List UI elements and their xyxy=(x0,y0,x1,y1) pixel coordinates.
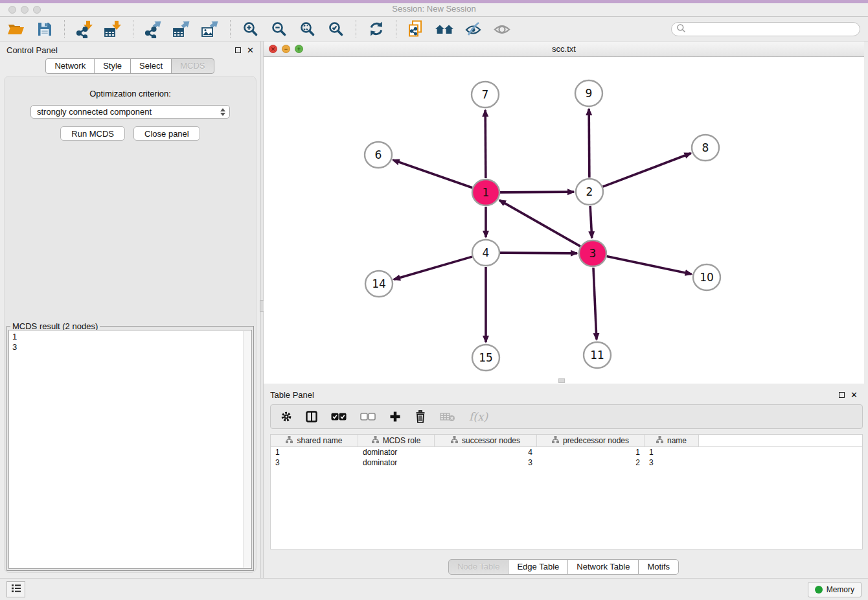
delete-row-icon[interactable] xyxy=(415,410,426,423)
delete-table-icon[interactable] xyxy=(440,411,455,422)
graph-edge-3-10[interactable] xyxy=(607,257,692,275)
tab-mcds[interactable]: MCDS xyxy=(171,58,214,74)
export-image-icon[interactable] xyxy=(200,19,221,39)
tab-network-table[interactable]: Network Table xyxy=(567,559,639,575)
function-builder-icon[interactable]: f(x) xyxy=(469,410,488,423)
network-minimize-button[interactable]: − xyxy=(282,45,290,53)
zoom-fit-icon[interactable] xyxy=(297,19,318,39)
column-header-name[interactable]: name xyxy=(645,435,699,446)
table-row[interactable]: 1dominator411 xyxy=(271,447,862,457)
network-canvas[interactable]: 7968124314101511 xyxy=(264,57,864,384)
memory-button[interactable]: Memory xyxy=(808,582,862,597)
float-panel-icon[interactable] xyxy=(235,47,241,53)
svg-text:1: 1 xyxy=(483,186,490,199)
tab-node-table[interactable]: Node Table xyxy=(448,559,509,575)
run-mcds-button[interactable]: Run MCDS xyxy=(60,126,125,141)
criterion-select[interactable]: strongly connected component xyxy=(30,105,230,119)
float-panel-icon[interactable] xyxy=(839,392,845,398)
graph-edge-2-3[interactable] xyxy=(590,206,592,238)
graph-edge-4-14[interactable] xyxy=(394,257,472,279)
table-cell[interactable]: 1 xyxy=(271,448,358,457)
tab-edge-table[interactable]: Edge Table xyxy=(508,559,568,575)
table-cell[interactable]: 1 xyxy=(645,448,699,457)
close-panel-icon[interactable]: ✕ xyxy=(247,46,254,54)
graph-edge-2-9[interactable] xyxy=(589,109,589,178)
main-toolbar xyxy=(0,17,868,41)
content-area: Control Panel ✕ Network Style Select MCD… xyxy=(0,41,868,578)
table-cell[interactable]: 4 xyxy=(435,448,537,457)
splitter-grip[interactable] xyxy=(558,378,565,383)
column-header-predecessor-nodes[interactable]: predecessor nodes xyxy=(537,435,645,446)
close-panel-icon[interactable]: ✕ xyxy=(851,391,858,399)
refresh-icon[interactable] xyxy=(365,19,387,39)
network-close-button[interactable]: ✕ xyxy=(269,45,277,53)
graph-edge-3-1[interactable] xyxy=(499,200,580,246)
graph-edge-2-8[interactable] xyxy=(603,154,691,187)
graph-edge-1-2[interactable] xyxy=(500,192,574,192)
export-network-icon[interactable] xyxy=(143,19,164,39)
graph-node-15[interactable]: 15 xyxy=(472,345,499,371)
add-row-icon[interactable] xyxy=(389,411,401,422)
zoom-selected-icon[interactable] xyxy=(325,19,347,39)
import-table-icon[interactable] xyxy=(102,19,124,39)
table-row[interactable]: 3dominator323 xyxy=(271,457,862,468)
column-header-shared-name[interactable]: shared name xyxy=(271,435,358,446)
new-network-from-selection-icon[interactable] xyxy=(405,19,427,39)
column-header-label: shared name xyxy=(297,436,342,445)
graph-node-11[interactable]: 11 xyxy=(584,342,611,368)
graph-node-1[interactable]: 1 xyxy=(472,179,499,205)
toolbar-search-field[interactable] xyxy=(671,22,860,36)
table-cell[interactable]: 3 xyxy=(271,458,358,467)
first-neighbors-icon[interactable] xyxy=(434,19,455,39)
table-cell[interactable]: dominator xyxy=(358,458,435,467)
graph-node-14[interactable]: 14 xyxy=(365,271,393,297)
graph-node-7[interactable]: 7 xyxy=(472,82,499,108)
mcds-result-text[interactable]: 13 xyxy=(8,330,252,569)
show-all-icon[interactable] xyxy=(491,19,512,39)
select-all-checkboxes-icon[interactable] xyxy=(331,413,347,421)
table-cell[interactable]: dominator xyxy=(358,448,435,457)
show-columns-icon[interactable] xyxy=(306,411,317,422)
graph-node-2[interactable]: 2 xyxy=(576,179,603,205)
table-cell[interactable]: 2 xyxy=(537,458,645,467)
tab-network[interactable]: Network xyxy=(45,58,95,74)
graph-edge-1-7[interactable] xyxy=(485,110,486,178)
tab-motifs[interactable]: Motifs xyxy=(638,559,679,575)
column-header-MCDS-role[interactable]: MCDS role xyxy=(358,435,435,446)
task-history-button[interactable] xyxy=(6,581,25,597)
export-table-icon[interactable] xyxy=(171,19,192,39)
graph-edge-3-11[interactable] xyxy=(593,268,597,340)
open-file-icon[interactable] xyxy=(5,19,27,39)
horizontal-splitter[interactable] xyxy=(264,384,864,386)
graph-node-8[interactable]: 8 xyxy=(692,135,719,161)
network-maximize-button[interactable]: + xyxy=(295,45,303,53)
table-cell[interactable]: 3 xyxy=(435,458,537,467)
table-cell[interactable]: 1 xyxy=(537,448,645,457)
tab-style[interactable]: Style xyxy=(94,58,131,74)
status-bar: Memory xyxy=(0,578,868,600)
table-settings-icon[interactable] xyxy=(280,411,292,422)
network-window-titlebar[interactable]: ✕ − + scc.txt xyxy=(264,41,864,57)
combo-stepper-icon xyxy=(220,108,227,116)
graph-node-3[interactable]: 3 xyxy=(579,240,606,266)
tab-select[interactable]: Select xyxy=(130,58,172,74)
zoom-out-icon[interactable] xyxy=(268,19,290,39)
graph-node-9[interactable]: 9 xyxy=(575,80,602,106)
deselect-all-checkboxes-icon[interactable] xyxy=(360,413,376,421)
column-header-successor-nodes[interactable]: successor nodes xyxy=(435,435,537,446)
close-panel-button[interactable]: Close panel xyxy=(133,126,200,141)
graph-edge-4-3[interactable] xyxy=(500,253,577,253)
save-session-icon[interactable] xyxy=(34,19,55,39)
graph-node-6[interactable]: 6 xyxy=(365,142,392,168)
import-network-icon[interactable] xyxy=(74,19,95,39)
graph-node-10[interactable]: 10 xyxy=(693,264,720,290)
graph-node-4[interactable]: 4 xyxy=(472,240,499,266)
graph-edge-1-6[interactable] xyxy=(393,160,473,188)
node-table[interactable]: shared nameMCDS rolesuccessor nodesprede… xyxy=(270,434,863,549)
table-cell[interactable]: 3 xyxy=(645,458,699,467)
hide-selected-icon[interactable] xyxy=(463,19,484,39)
zoom-in-icon[interactable] xyxy=(240,19,261,39)
result-scrollbar[interactable] xyxy=(243,331,251,568)
search-input[interactable] xyxy=(689,25,855,34)
column-hierarchy-icon xyxy=(656,436,663,445)
